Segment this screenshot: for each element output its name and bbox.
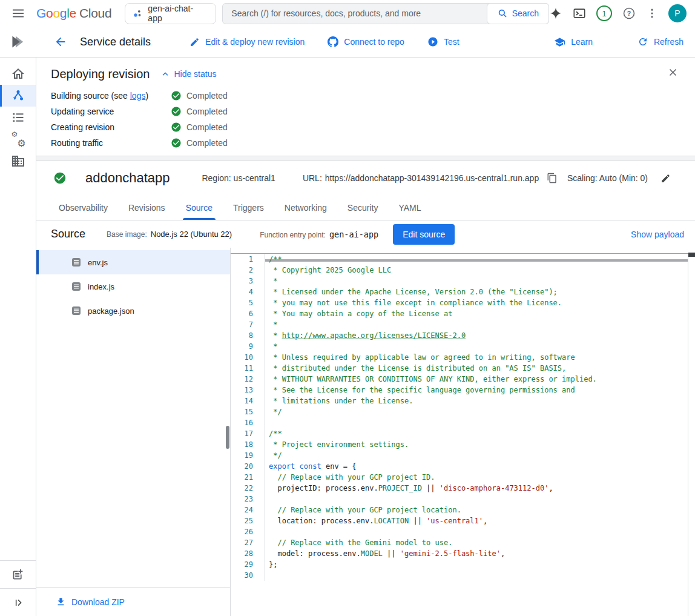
file-panel-scrollbar[interactable] xyxy=(226,426,229,449)
back-arrow-icon[interactable] xyxy=(54,35,67,48)
google-cloud-logo[interactable]: Google Cloud xyxy=(36,6,111,21)
line-number: 5 xyxy=(231,297,265,308)
search-button[interactable]: Search xyxy=(487,3,549,24)
hide-status-button[interactable]: Hide status xyxy=(160,69,216,79)
file-item-index.js[interactable]: index.js xyxy=(36,274,230,299)
code-line: 21 // Replace with your GCP project ID. xyxy=(231,472,695,483)
code-text: * xyxy=(265,341,277,352)
file-item-package.json[interactable]: package.json xyxy=(36,299,230,323)
deploy-step: Updating service Completed xyxy=(51,104,680,119)
rail-item-organization[interactable] xyxy=(0,150,36,172)
code-line: 9 * xyxy=(231,341,695,352)
edit-deploy-button[interactable]: Edit & deploy new revision xyxy=(189,37,305,47)
step-status: Completed xyxy=(171,90,228,101)
code-text: */ xyxy=(265,406,282,417)
play-circle-icon xyxy=(427,36,438,47)
cloud-shell-icon[interactable] xyxy=(573,7,586,20)
logs-link[interactable]: logs xyxy=(130,91,146,101)
code-line: 25 location: process.env.LOCATION || 'us… xyxy=(231,515,695,526)
code-text: model: process.env.MODEL || 'gemini-2.5-… xyxy=(265,548,505,559)
code-text: // Replace with your GCP project locatio… xyxy=(265,505,461,515)
search-input[interactable] xyxy=(223,8,486,18)
tab-revisions[interactable]: Revisions xyxy=(118,195,176,220)
learn-button[interactable]: Learn xyxy=(554,36,593,48)
line-number: 18 xyxy=(231,439,265,450)
code-line: 6 * You may obtain a copy of the License… xyxy=(231,308,695,319)
connect-repo-button[interactable]: Connect to repo xyxy=(328,36,404,47)
code-line: 5 * you may not use this file except in … xyxy=(231,297,695,308)
code-line: 7 * xyxy=(231,319,695,330)
home-icon xyxy=(11,67,25,81)
code-line: 18 * Project environment settings. xyxy=(231,439,695,450)
file-icon xyxy=(71,257,81,267)
line-number: 22 xyxy=(231,483,265,494)
code-text xyxy=(265,570,269,581)
step-status: Completed xyxy=(171,106,228,117)
rail-item-home[interactable] xyxy=(0,63,36,85)
rail-item-expand-panel[interactable] xyxy=(0,589,36,616)
tab-networking[interactable]: Networking xyxy=(274,195,337,220)
line-number: 9 xyxy=(231,341,265,352)
more-vert-icon[interactable] xyxy=(646,7,658,19)
edit-scaling-icon[interactable] xyxy=(660,173,671,184)
line-number: 11 xyxy=(231,363,265,374)
code-line: 22 projectID: process.env.PROJECT_ID || … xyxy=(231,483,695,494)
rail-item-release-notes[interactable] xyxy=(0,561,36,588)
tab-security[interactable]: Security xyxy=(337,195,389,220)
code-editor[interactable]: 1/**2 * Copyright 2025 Google LLC3 *4 * … xyxy=(231,248,695,616)
code-text: * distributed under the License is distr… xyxy=(265,363,566,374)
rail-item-cloud-run[interactable] xyxy=(0,85,36,107)
refresh-button[interactable]: Refresh xyxy=(637,36,683,47)
service-scaling: Scaling: Auto (Min: 0) xyxy=(567,173,648,183)
download-zip-button[interactable]: Download ZIP xyxy=(56,597,125,607)
menu-icon[interactable] xyxy=(10,5,27,22)
line-number: 2 xyxy=(231,265,265,276)
code-text: * WITHOUT WARRANTIES OR CONDITIONS OF AN… xyxy=(265,374,597,385)
code-text xyxy=(265,417,269,428)
base-image: Base image: Node.js 22 (Ubuntu 22) xyxy=(107,230,232,239)
help-icon[interactable]: ? xyxy=(622,7,636,20)
line-number: 13 xyxy=(231,385,265,396)
line-number: 25 xyxy=(231,515,265,526)
vertical-scrollbar[interactable] xyxy=(688,253,695,257)
left-rail: ⚙⚙ xyxy=(0,58,36,616)
horizontal-scrollbar[interactable] xyxy=(265,259,688,262)
rail-item-settings[interactable]: ⚙⚙ xyxy=(0,128,36,150)
line-number: 8 xyxy=(231,330,265,341)
tab-source[interactable]: Source xyxy=(176,195,223,220)
code-text: * Unless required by applicable law or a… xyxy=(265,352,575,363)
close-icon[interactable] xyxy=(665,65,680,79)
code-line: 16 xyxy=(231,417,695,428)
session-count-badge[interactable]: 1 xyxy=(596,5,612,21)
code-text: * xyxy=(265,276,277,286)
check-circle-icon xyxy=(171,137,182,148)
cloud-run-logo-icon xyxy=(0,27,36,57)
line-number: 1 xyxy=(231,254,265,265)
code-line: 11 * distributed under the License is di… xyxy=(231,363,695,374)
deploy-status-panel: Deploying revision Hide status Building … xyxy=(36,58,695,156)
code-line: 17/** xyxy=(231,428,695,439)
tab-yaml[interactable]: YAML xyxy=(388,195,431,220)
rail-item-services-list[interactable] xyxy=(0,107,36,128)
copy-icon[interactable] xyxy=(547,173,558,184)
svg-text:?: ? xyxy=(627,10,631,17)
code-content: 1/**2 * Copyright 2025 Google LLC3 *4 * … xyxy=(231,248,695,581)
code-text: * xyxy=(265,319,277,330)
file-item-env.js[interactable]: env.js xyxy=(36,250,230,274)
code-line: 3 * xyxy=(231,276,695,286)
show-payload-link[interactable]: Show payload xyxy=(631,230,684,239)
project-selector[interactable]: gen-ai-chat-app xyxy=(125,3,216,24)
code-line: 8 * http://www.apache.org/licenses/LICEN… xyxy=(231,330,695,341)
tab-observability[interactable]: Observability xyxy=(48,195,118,220)
line-number: 15 xyxy=(231,406,265,417)
download-bar: Download ZIP xyxy=(36,587,230,616)
gemini-sparkle-icon[interactable] xyxy=(549,7,562,20)
code-line: 26 xyxy=(231,526,695,537)
test-button[interactable]: Test xyxy=(427,36,459,47)
line-number: 21 xyxy=(231,472,265,483)
step-status: Completed xyxy=(171,122,228,133)
tab-triggers[interactable]: Triggers xyxy=(223,195,274,220)
edit-source-button[interactable]: Edit source xyxy=(393,224,455,245)
avatar[interactable]: P xyxy=(668,4,687,22)
project-name: gen-ai-chat-app xyxy=(148,4,207,23)
